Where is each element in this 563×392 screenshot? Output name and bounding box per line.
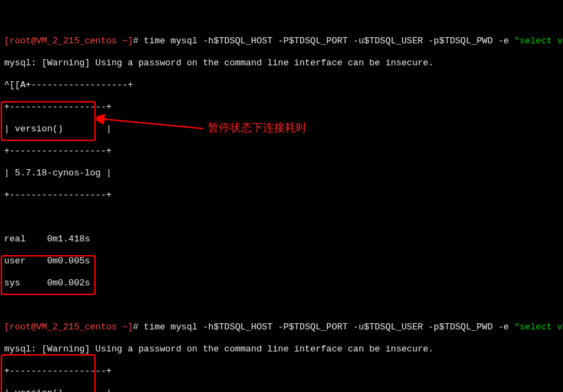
command-text: time mysql -h$TDSQL_HOST -P$TDSQL_PORT -… xyxy=(138,322,514,332)
prompt-line[interactable]: [root@VM_2_215_centos ~]# time mysql -h$… xyxy=(4,36,559,47)
blank-line xyxy=(4,212,559,223)
mysql-warning: mysql: [Warning] Using a password on the… xyxy=(4,58,559,69)
prompt-line[interactable]: [root@VM_2_215_centos ~]# time mysql -h$… xyxy=(4,322,559,333)
mysql-warning: mysql: [Warning] Using a password on the… xyxy=(4,344,559,355)
command-text: time mysql -h$TDSQL_HOST -P$TDSQL_PORT -… xyxy=(138,36,514,46)
table-header: | version() | xyxy=(4,388,559,392)
timing-real: real 0m1.418s xyxy=(4,234,559,245)
prompt-user-host: [root@VM_2_215_centos ~] xyxy=(4,322,133,332)
command-sql: "select version();" xyxy=(514,322,563,332)
table-border: +------------------+ xyxy=(4,366,559,377)
table-border: +------------------+ xyxy=(4,102,559,113)
prompt-hash: # xyxy=(133,36,138,46)
escape-sequence: ^[[A+------------------+ xyxy=(4,80,559,91)
table-border: +------------------+ xyxy=(4,190,559,201)
command-sql: "select version();" xyxy=(514,36,563,46)
table-row: | 5.7.18-cynos-log | xyxy=(4,168,559,179)
terminal-output: [root@VM_2_215_centos ~]# time mysql -h$… xyxy=(0,0,563,392)
table-border: +------------------+ xyxy=(4,146,559,157)
timing-sys: sys 0m0.002s xyxy=(4,278,559,289)
prompt-hash: # xyxy=(133,322,138,332)
table-header: | version() | xyxy=(4,124,559,135)
prompt-user-host: [root@VM_2_215_centos ~] xyxy=(4,36,133,46)
timing-user: user 0m0.005s xyxy=(4,256,559,267)
